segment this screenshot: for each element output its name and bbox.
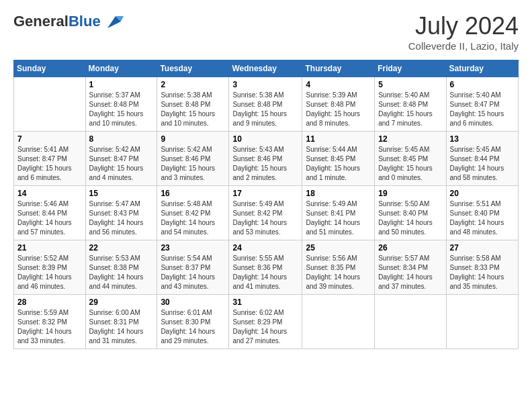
cell-info: Sunrise: 5:54 AM Sunset: 8:37 PM Dayligh… <box>161 254 225 291</box>
day-number: 27 <box>450 243 515 253</box>
cell-info: Sunrise: 5:47 AM Sunset: 8:43 PM Dayligh… <box>89 199 154 237</box>
cell-info: Sunrise: 5:43 AM Sunset: 8:46 PM Dayligh… <box>232 145 298 183</box>
calendar-cell: 27Sunrise: 5:58 AM Sunset: 8:33 PM Dayli… <box>446 240 518 295</box>
cell-info: Sunrise: 5:50 AM Sunset: 8:40 PM Dayligh… <box>378 199 442 237</box>
calendar-week-row: 21Sunrise: 5:52 AM Sunset: 8:39 PM Dayli… <box>14 240 519 295</box>
cell-info: Sunrise: 5:48 AM Sunset: 8:42 PM Dayligh… <box>161 199 225 237</box>
day-number: 22 <box>89 243 154 253</box>
day-number: 31 <box>232 298 298 307</box>
weekday-header-saturday: Saturday <box>446 60 518 77</box>
cell-info: Sunrise: 6:00 AM Sunset: 8:31 PM Dayligh… <box>89 308 154 346</box>
day-number: 25 <box>306 243 371 253</box>
day-number: 24 <box>232 243 298 253</box>
day-number: 28 <box>17 298 82 307</box>
day-number: 9 <box>161 134 225 144</box>
calendar-cell: 25Sunrise: 5:56 AM Sunset: 8:35 PM Dayli… <box>302 240 375 295</box>
calendar-cell: 26Sunrise: 5:57 AM Sunset: 8:34 PM Dayli… <box>375 240 446 295</box>
calendar-cell: 12Sunrise: 5:45 AM Sunset: 8:45 PM Dayli… <box>375 132 446 186</box>
calendar-cell: 20Sunrise: 5:51 AM Sunset: 8:40 PM Dayli… <box>446 186 518 240</box>
calendar-cell: 15Sunrise: 5:47 AM Sunset: 8:43 PM Dayli… <box>85 186 157 240</box>
cell-info: Sunrise: 5:45 AM Sunset: 8:45 PM Dayligh… <box>378 145 442 183</box>
day-number: 8 <box>89 134 154 144</box>
day-number: 23 <box>161 243 225 253</box>
day-number: 7 <box>17 134 82 144</box>
weekday-header-wednesday: Wednesday <box>229 60 302 77</box>
cell-info: Sunrise: 5:41 AM Sunset: 8:47 PM Dayligh… <box>17 145 82 183</box>
calendar-cell: 5Sunrise: 5:40 AM Sunset: 8:48 PM Daylig… <box>375 77 446 132</box>
calendar-cell <box>14 77 86 132</box>
calendar-cell: 19Sunrise: 5:50 AM Sunset: 8:40 PM Dayli… <box>375 186 446 240</box>
day-number: 15 <box>89 189 154 198</box>
calendar-cell: 24Sunrise: 5:55 AM Sunset: 8:36 PM Dayli… <box>229 240 302 295</box>
day-number: 14 <box>17 189 82 198</box>
calendar-cell: 30Sunrise: 6:01 AM Sunset: 8:30 PM Dayli… <box>157 295 229 349</box>
day-number: 29 <box>89 298 154 307</box>
calendar-cell: 17Sunrise: 5:49 AM Sunset: 8:42 PM Dayli… <box>229 186 302 240</box>
logo-general: GeneralBlue <box>13 13 101 30</box>
weekday-header-friday: Friday <box>375 60 446 77</box>
calendar-cell <box>446 295 518 349</box>
day-number: 12 <box>378 134 442 144</box>
cell-info: Sunrise: 5:49 AM Sunset: 8:41 PM Dayligh… <box>306 199 371 237</box>
calendar-cell: 13Sunrise: 5:45 AM Sunset: 8:44 PM Dayli… <box>446 132 518 186</box>
calendar-cell: 7Sunrise: 5:41 AM Sunset: 8:47 PM Daylig… <box>14 132 86 186</box>
day-number: 11 <box>306 134 371 144</box>
cell-info: Sunrise: 5:38 AM Sunset: 8:48 PM Dayligh… <box>161 91 225 128</box>
cell-info: Sunrise: 5:58 AM Sunset: 8:33 PM Dayligh… <box>450 254 515 291</box>
cell-info: Sunrise: 5:38 AM Sunset: 8:48 PM Dayligh… <box>232 91 298 128</box>
calendar-cell <box>302 295 375 349</box>
cell-info: Sunrise: 5:44 AM Sunset: 8:45 PM Dayligh… <box>306 145 371 183</box>
day-number: 17 <box>232 189 298 198</box>
logo: GeneralBlue <box>13 12 124 31</box>
logo-icon <box>102 9 124 31</box>
cell-info: Sunrise: 5:52 AM Sunset: 8:39 PM Dayligh… <box>17 254 82 291</box>
calendar-cell: 31Sunrise: 6:02 AM Sunset: 8:29 PM Dayli… <box>229 295 302 349</box>
day-number: 30 <box>161 298 225 307</box>
cell-info: Sunrise: 5:53 AM Sunset: 8:38 PM Dayligh… <box>89 254 154 291</box>
day-number: 19 <box>378 189 442 198</box>
calendar-cell <box>375 295 446 349</box>
calendar-cell: 16Sunrise: 5:48 AM Sunset: 8:42 PM Dayli… <box>157 186 229 240</box>
cell-info: Sunrise: 6:02 AM Sunset: 8:29 PM Dayligh… <box>232 308 298 346</box>
cell-info: Sunrise: 5:46 AM Sunset: 8:44 PM Dayligh… <box>17 199 82 237</box>
day-number: 4 <box>306 80 371 89</box>
day-number: 13 <box>450 134 515 144</box>
cell-info: Sunrise: 5:39 AM Sunset: 8:48 PM Dayligh… <box>306 91 371 128</box>
calendar-cell: 3Sunrise: 5:38 AM Sunset: 8:48 PM Daylig… <box>229 77 302 132</box>
cell-info: Sunrise: 5:55 AM Sunset: 8:36 PM Dayligh… <box>232 254 298 291</box>
calendar-cell: 14Sunrise: 5:46 AM Sunset: 8:44 PM Dayli… <box>14 186 86 240</box>
cell-info: Sunrise: 5:40 AM Sunset: 8:48 PM Dayligh… <box>378 91 442 128</box>
day-number: 18 <box>306 189 371 198</box>
cell-info: Sunrise: 5:56 AM Sunset: 8:35 PM Dayligh… <box>306 254 371 291</box>
day-number: 2 <box>161 80 225 89</box>
calendar-cell: 8Sunrise: 5:42 AM Sunset: 8:47 PM Daylig… <box>85 132 157 186</box>
calendar-cell: 21Sunrise: 5:52 AM Sunset: 8:39 PM Dayli… <box>14 240 86 295</box>
cell-info: Sunrise: 5:45 AM Sunset: 8:44 PM Dayligh… <box>450 145 515 183</box>
calendar-cell: 22Sunrise: 5:53 AM Sunset: 8:38 PM Dayli… <box>85 240 157 295</box>
day-number: 16 <box>161 189 225 198</box>
calendar-table: SundayMondayTuesdayWednesdayThursdayFrid… <box>13 60 519 349</box>
cell-info: Sunrise: 5:57 AM Sunset: 8:34 PM Dayligh… <box>378 254 442 291</box>
calendar-week-row: 1Sunrise: 5:37 AM Sunset: 8:48 PM Daylig… <box>14 77 519 132</box>
calendar-cell: 18Sunrise: 5:49 AM Sunset: 8:41 PM Dayli… <box>302 186 375 240</box>
calendar-week-row: 14Sunrise: 5:46 AM Sunset: 8:44 PM Dayli… <box>14 186 519 240</box>
weekday-header-sunday: Sunday <box>14 60 86 77</box>
header: GeneralBlue July 2024 Colleverde II, Laz… <box>13 12 519 52</box>
calendar-cell: 10Sunrise: 5:43 AM Sunset: 8:46 PM Dayli… <box>229 132 302 186</box>
cell-info: Sunrise: 5:51 AM Sunset: 8:40 PM Dayligh… <box>450 199 515 237</box>
day-number: 1 <box>89 80 154 89</box>
month-title: July 2024 <box>408 12 519 40</box>
day-number: 20 <box>450 189 515 198</box>
day-number: 5 <box>378 80 442 89</box>
calendar-cell: 11Sunrise: 5:44 AM Sunset: 8:45 PM Dayli… <box>302 132 375 186</box>
day-number: 6 <box>450 80 515 89</box>
cell-info: Sunrise: 5:42 AM Sunset: 8:47 PM Dayligh… <box>89 145 154 183</box>
calendar-cell: 28Sunrise: 5:59 AM Sunset: 8:32 PM Dayli… <box>14 295 86 349</box>
location: Colleverde II, Lazio, Italy <box>408 40 519 52</box>
cell-info: Sunrise: 5:42 AM Sunset: 8:46 PM Dayligh… <box>161 145 225 183</box>
calendar-cell: 6Sunrise: 5:40 AM Sunset: 8:47 PM Daylig… <box>446 77 518 132</box>
calendar-cell: 4Sunrise: 5:39 AM Sunset: 8:48 PM Daylig… <box>302 77 375 132</box>
page-container: GeneralBlue July 2024 Colleverde II, Laz… <box>0 0 532 356</box>
title-block: July 2024 Colleverde II, Lazio, Italy <box>408 12 519 52</box>
weekday-header-thursday: Thursday <box>302 60 375 77</box>
